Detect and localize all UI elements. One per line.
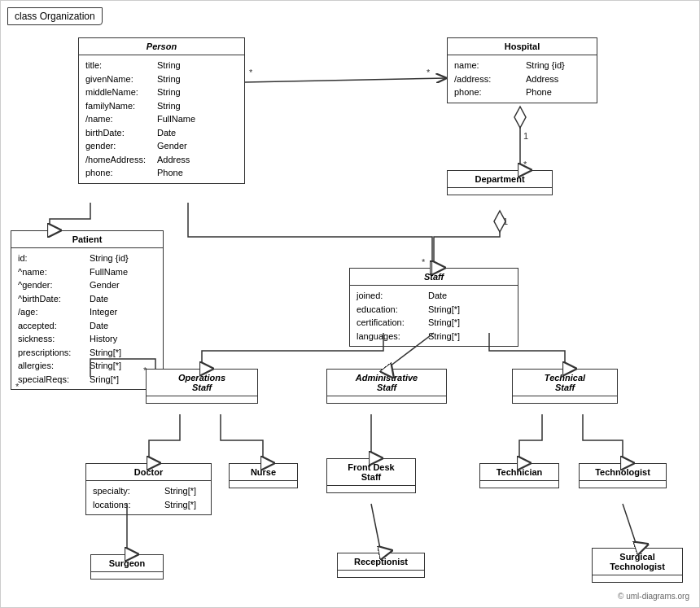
class-surgeon-header: Surgeon <box>91 555 163 572</box>
class-technician-header: Technician <box>480 464 558 481</box>
class-technologist: Technologist <box>579 463 667 488</box>
diagram-title: class Organization <box>7 7 103 25</box>
svg-text:*: * <box>523 160 527 169</box>
class-surgical-technologist-header: SurgicalTechnologist <box>593 549 682 575</box>
class-hospital-header: Hospital <box>448 38 597 55</box>
class-technical-staff-body <box>513 396 617 403</box>
class-nurse-body <box>230 481 297 488</box>
class-receptionist: Receptionist <box>337 553 425 578</box>
class-front-desk-staff: Front DeskStaff <box>326 458 416 493</box>
svg-marker-3 <box>514 107 526 128</box>
svg-text:*: * <box>422 257 426 267</box>
class-operations-staff-body <box>147 396 257 403</box>
class-patient-header: Patient <box>11 231 163 248</box>
diagram-container: class Organization Person title:String g… <box>0 0 700 608</box>
svg-line-18 <box>623 504 637 548</box>
class-technologist-body <box>580 481 666 488</box>
svg-text:1: 1 <box>503 217 508 226</box>
class-surgeon: Surgeon <box>90 554 164 580</box>
class-receptionist-header: Receptionist <box>338 553 424 571</box>
class-surgical-technologist-body <box>593 575 682 582</box>
class-person-header: Person <box>79 38 244 55</box>
class-administrative-staff-body <box>327 396 446 403</box>
svg-marker-6 <box>494 211 505 232</box>
class-administrative-staff-header: AdministrativeStaff <box>327 370 446 396</box>
class-person: Person title:String givenName:String mid… <box>78 37 245 184</box>
class-department-header: Department <box>448 171 552 188</box>
class-patient: Patient id:String {id} ^name:FullName ^g… <box>11 230 164 390</box>
svg-line-17 <box>371 504 381 553</box>
svg-text:1: 1 <box>523 131 528 141</box>
class-person-body: title:String givenName:String middleName… <box>79 55 244 183</box>
class-doctor: Doctor specialty:String[*] locations:Str… <box>85 463 212 515</box>
class-receptionist-body <box>338 571 424 577</box>
class-nurse-header: Nurse <box>230 464 297 481</box>
class-technician: Technician <box>479 463 559 488</box>
class-department: Department <box>447 170 553 195</box>
class-hospital-body: name:String {id} /address:Address phone:… <box>448 55 597 103</box>
copyright-text: © uml-diagrams.org <box>618 592 689 601</box>
class-surgeon-body <box>91 572 163 579</box>
class-department-body <box>448 188 552 195</box>
class-doctor-body: specialty:String[*] locations:String[*] <box>86 481 211 514</box>
class-nurse: Nurse <box>229 463 298 488</box>
class-operations-staff: OperationsStaff <box>146 369 258 404</box>
class-technician-body <box>480 481 558 488</box>
class-staff-header: Staff <box>350 269 518 286</box>
class-technical-staff: TechnicalStaff <box>512 369 618 404</box>
class-front-desk-staff-header: Front DeskStaff <box>327 459 415 486</box>
class-surgical-technologist: SurgicalTechnologist <box>592 548 683 583</box>
class-front-desk-staff-body <box>327 486 415 492</box>
svg-text:*: * <box>249 68 253 77</box>
class-operations-staff-header: OperationsStaff <box>147 370 257 396</box>
class-staff: Staff joined:Date education:String[*] ce… <box>349 268 518 347</box>
class-technical-staff-header: TechnicalStaff <box>513 370 617 396</box>
svg-line-9 <box>245 78 447 82</box>
class-doctor-header: Doctor <box>86 464 211 481</box>
class-administrative-staff: AdministrativeStaff <box>326 369 447 404</box>
class-patient-body: id:String {id} ^name:FullName ^gender:Ge… <box>11 248 163 389</box>
class-technologist-header: Technologist <box>580 464 666 481</box>
class-staff-body: joined:Date education:String[*] certific… <box>350 286 518 346</box>
svg-text:*: * <box>427 68 431 77</box>
class-hospital: Hospital name:String {id} /address:Addre… <box>447 37 597 103</box>
